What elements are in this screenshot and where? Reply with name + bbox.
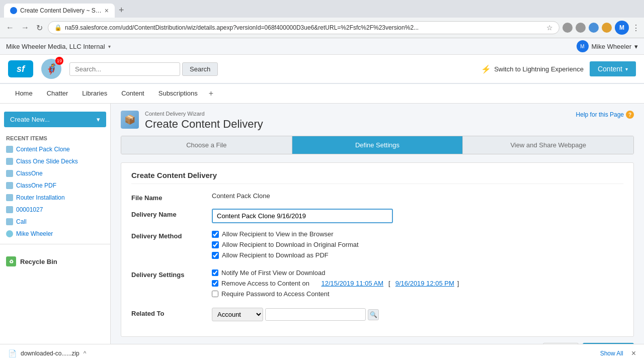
sidebar-item-classone-pdf[interactable]: ClassOne PDF bbox=[0, 179, 110, 192]
content-button-label: Content bbox=[598, 65, 622, 73]
notify-checkbox[interactable] bbox=[212, 269, 218, 276]
more-options-icon[interactable]: ⋮ bbox=[632, 23, 640, 33]
checkbox-download-pdf: Allow Recipient to Download as PDF bbox=[212, 251, 623, 259]
user-chevron-icon: ▾ bbox=[634, 43, 638, 50]
active-browser-tab[interactable]: Create Content Delivery ~ Sal... × bbox=[4, 4, 115, 18]
sidebar-item-class-one-slide-decks[interactable]: Class One Slide Decks bbox=[0, 155, 110, 167]
search-area: Search bbox=[69, 62, 218, 76]
related-to-label: Related To bbox=[131, 308, 212, 317]
reload-button[interactable]: ↻ bbox=[34, 21, 45, 35]
sidebar-item-00001027[interactable]: 00001027 bbox=[0, 204, 110, 216]
help-label: Help for this Page bbox=[576, 111, 624, 118]
sidebar-item-label: Router Installation bbox=[16, 194, 65, 201]
mascot-area: 🦸 19 bbox=[41, 59, 61, 79]
related-to-controls: Account Contact Lead Opportunity 🔍 bbox=[212, 308, 623, 321]
create-new-label: Create New... bbox=[10, 116, 50, 123]
sidebar-item-classone[interactable]: ClassOne bbox=[0, 167, 110, 179]
form-title: Create Content Delivery bbox=[131, 171, 623, 184]
nav-item-libraries[interactable]: Libraries bbox=[75, 84, 114, 103]
browser-profile-icon[interactable]: M bbox=[615, 21, 629, 35]
org-name: Mike Wheeler Media, LLC Internal bbox=[6, 43, 105, 50]
browser-chrome: Create Content Delivery ~ Sal... × + ← →… bbox=[0, 0, 644, 38]
nav-item-chatter[interactable]: Chatter bbox=[40, 84, 75, 103]
download-original-label: Allow Recipient to Download in Original … bbox=[222, 241, 359, 248]
wizard-step-define-settings[interactable]: Define Settings bbox=[292, 136, 463, 154]
sf-mascot[interactable]: 🦸 19 bbox=[41, 59, 61, 79]
show-all-button[interactable]: Show All bbox=[600, 350, 623, 357]
date1-link[interactable]: 12/15/2019 11:05 AM bbox=[321, 280, 384, 287]
notify-setting-row: Notify Me of First View or Download bbox=[212, 269, 623, 277]
related-to-select[interactable]: Account Contact Lead Opportunity bbox=[212, 308, 263, 321]
lookup-icon[interactable]: 🔍 bbox=[368, 309, 379, 320]
back-button[interactable]: ← bbox=[4, 21, 16, 34]
tab-favicon bbox=[10, 7, 17, 14]
create-new-button[interactable]: Create New... ▾ bbox=[4, 112, 106, 127]
forward-button[interactable]: → bbox=[19, 21, 31, 34]
address-bar[interactable]: 🔒 na59.salesforce.com/udd/ContentDistrib… bbox=[48, 21, 559, 34]
help-link[interactable]: Help for this Page ? bbox=[576, 111, 634, 119]
breadcrumb: Content Delivery Wizard bbox=[145, 111, 263, 117]
sidebar-item-call[interactable]: Call bbox=[0, 216, 110, 228]
person-icon bbox=[6, 230, 13, 237]
nav-item-content[interactable]: Content bbox=[114, 84, 151, 103]
download-bar-right: Show All × bbox=[600, 349, 636, 358]
sidebar-item-label: Call bbox=[16, 218, 27, 225]
recycle-bin-item[interactable]: ♻ Recycle Bin bbox=[0, 252, 110, 270]
extension-icon-2[interactable] bbox=[576, 23, 586, 33]
date2-link[interactable]: 9/16/2019 12:05 PM bbox=[395, 280, 454, 287]
download-pdf-checkbox[interactable] bbox=[212, 252, 219, 259]
bracket-close: ] bbox=[457, 280, 459, 287]
sidebar-item-label: Class One Slide Decks bbox=[16, 158, 78, 165]
download-bar: 📄 downloaded-co......zip ^ Show All × bbox=[0, 344, 644, 362]
delivery-settings-row: Delivery Settings Notify Me of First Vie… bbox=[131, 269, 623, 301]
download-close-button[interactable]: × bbox=[631, 349, 636, 358]
page-header-text: Content Delivery Wizard Create Content D… bbox=[145, 111, 263, 131]
wizard-step-choose-file[interactable]: Choose a File bbox=[121, 136, 292, 154]
sf-sidebar: Create New... ▾ Recent Items Content Pac… bbox=[0, 104, 111, 362]
sidebar-item-router-installation[interactable]: Router Installation bbox=[0, 192, 110, 204]
extension-icon-4[interactable] bbox=[602, 23, 612, 33]
page-header-left: 📦 Content Delivery Wizard Create Content… bbox=[121, 111, 263, 131]
sf-header: sf 🦸 19 Search ⚡ Switch to Lightning Exp… bbox=[0, 55, 644, 84]
file-name-value: Content Pack Clone bbox=[212, 192, 623, 200]
sidebar-item-mike-wheeler[interactable]: Mike Wheeler bbox=[0, 228, 110, 240]
search-input[interactable] bbox=[69, 62, 180, 76]
wizard-step-view-share[interactable]: View and Share Webpage bbox=[463, 136, 633, 154]
related-to-input[interactable] bbox=[265, 308, 366, 321]
sf-logo: sf bbox=[8, 60, 33, 77]
user-info[interactable]: M Mike Wheeler ▾ bbox=[577, 40, 638, 52]
delivery-name-input[interactable] bbox=[212, 209, 393, 223]
bookmark-icon[interactable]: ☆ bbox=[546, 24, 553, 32]
view-browser-checkbox[interactable] bbox=[212, 231, 219, 238]
file-name-row: File Name Content Pack Clone bbox=[131, 192, 623, 202]
content-button[interactable]: Content ▾ bbox=[590, 61, 636, 76]
create-new-chevron-icon: ▾ bbox=[97, 116, 100, 123]
recycle-bin-label: Recycle Bin bbox=[20, 258, 57, 265]
search-button[interactable]: Search bbox=[182, 62, 218, 76]
require-password-checkbox[interactable] bbox=[212, 291, 218, 297]
spacer bbox=[314, 280, 316, 287]
download-chevron-icon[interactable]: ^ bbox=[84, 350, 87, 357]
tab-close-button[interactable]: × bbox=[105, 7, 109, 15]
download-original-checkbox[interactable] bbox=[212, 241, 219, 248]
page-header: 📦 Content Delivery Wizard Create Content… bbox=[111, 104, 644, 136]
lightning-switch-button[interactable]: ⚡ Switch to Lightning Experience bbox=[481, 64, 584, 74]
sidebar-item-content-pack-clone[interactable]: Content Pack Clone bbox=[0, 143, 110, 155]
new-tab-button[interactable]: + bbox=[115, 3, 128, 18]
content-chevron-icon: ▾ bbox=[625, 66, 628, 72]
bracket-open: [ bbox=[388, 280, 390, 287]
help-icon: ? bbox=[626, 111, 634, 119]
org-selector[interactable]: Mike Wheeler Media, LLC Internal ▾ bbox=[6, 43, 111, 50]
nav-add-button[interactable]: + bbox=[205, 84, 217, 103]
lightning-label: Switch to Lightning Experience bbox=[494, 65, 584, 73]
remove-access-checkbox[interactable] bbox=[212, 280, 218, 287]
extension-icon-3[interactable] bbox=[589, 23, 599, 33]
extension-icon-1[interactable] bbox=[562, 23, 573, 33]
nav-item-home[interactable]: Home bbox=[8, 84, 40, 103]
url-text: na59.salesforce.com/udd/ContentDistribut… bbox=[65, 24, 543, 31]
nav-item-subscriptions[interactable]: Subscriptions bbox=[151, 84, 205, 103]
step-label: View and Share Webpage bbox=[510, 141, 586, 149]
related-to-row: Related To Account Contact Lead Opportun… bbox=[131, 308, 623, 321]
view-browser-label: Allow Recipient to View in the Browser bbox=[222, 230, 334, 238]
form-container: Create Content Delivery File Name Conten… bbox=[121, 162, 634, 337]
